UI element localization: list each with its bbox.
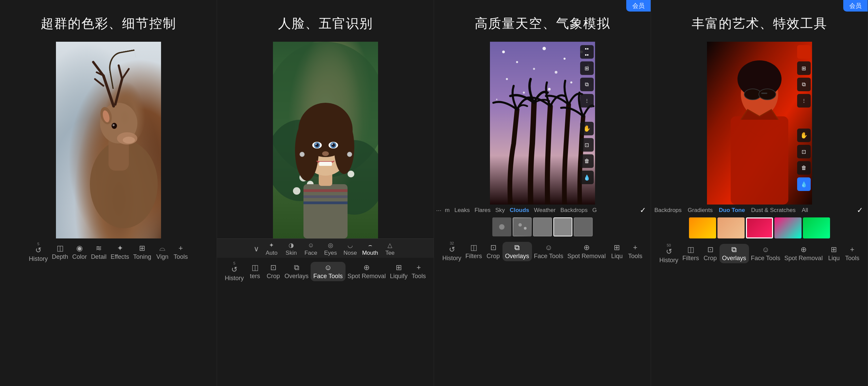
sub-tool-skin[interactable]: ◑ Skin: [281, 241, 301, 257]
filter-clouds[interactable]: Clouds: [508, 207, 531, 214]
p4-history-icon: ↺: [666, 247, 672, 256]
tool-p2-tools[interactable]: + Tools: [410, 262, 428, 281]
tool-p4-tools[interactable]: + Tools: [843, 244, 861, 263]
thumb-5[interactable]: [574, 217, 593, 236]
more-tab-btn[interactable]: ⋯: [436, 207, 441, 214]
tool-p3-crop[interactable]: ⊡ Crop: [484, 242, 502, 261]
red-grid-btn[interactable]: ⊞: [797, 61, 811, 75]
tool-effects[interactable]: ✦ Effects: [108, 243, 131, 262]
p4-history-label: History: [659, 257, 678, 264]
red-hand-btn[interactable]: ✋: [797, 129, 811, 142]
panel3-title: 高质量天空、气象模拟: [475, 15, 610, 32]
svg-point-48: [564, 58, 566, 60]
swatch-green[interactable]: [803, 217, 830, 238]
red-eyedrop-btn[interactable]: 💧: [797, 177, 811, 191]
tool-p4-filters[interactable]: ◫ Filters: [680, 244, 701, 263]
tools-label: Tools: [174, 253, 188, 260]
filter-leaks[interactable]: Leaks: [453, 207, 471, 214]
tool-p3-filters[interactable]: ◫ Filters: [463, 242, 484, 261]
swatch-red-pink[interactable]: [746, 217, 773, 238]
hand-btn[interactable]: ✋: [580, 122, 594, 135]
red-delete-btn[interactable]: 🗑: [797, 161, 811, 175]
tool-p2-overlays[interactable]: ⧉ Overlays: [282, 262, 311, 281]
copy-btn[interactable]: ⧉: [580, 78, 594, 91]
tool-p4-overlays[interactable]: ⧉ Overlays: [719, 244, 749, 263]
tool-p4-crop[interactable]: ⊡ Crop: [701, 244, 719, 263]
tool-detail[interactable]: ≋ Detail: [89, 243, 108, 262]
thumb-4[interactable]: [553, 217, 572, 236]
red-bg: [707, 42, 812, 205]
thumb-3[interactable]: [533, 217, 552, 236]
filter-dust[interactable]: Dust & Scratches: [750, 207, 797, 214]
tool-p2-spot[interactable]: ⊕ Spot Removal: [346, 262, 388, 281]
filter-duotone[interactable]: Duo Tone: [717, 207, 746, 214]
red-transform-btn[interactable]: ⊡: [797, 145, 811, 158]
sub-tool-nose[interactable]: ◡ Nose: [340, 241, 360, 257]
tool-tools[interactable]: + Tools: [172, 243, 190, 262]
tool-p3-liqu[interactable]: ⊞ Liqu: [608, 242, 626, 261]
tool-p4-history[interactable]: 50 ↺ History: [657, 242, 680, 265]
filter-backdrops[interactable]: Backdrops: [653, 207, 683, 214]
swatch-pink-cyan[interactable]: [774, 217, 802, 238]
tool-p4-spot[interactable]: ⊕ Spot Removal: [782, 244, 825, 263]
sub-tool-mouth[interactable]: ⌢ Mouth: [360, 241, 380, 257]
filter-weather[interactable]: Weather: [533, 207, 557, 214]
sub-tool-eyes[interactable]: ◎ Eyes: [321, 241, 340, 257]
grid-btn[interactable]: ⊞: [580, 61, 594, 75]
p3-history-label: History: [442, 255, 461, 262]
tool-vign[interactable]: ⌓ Vign: [153, 243, 172, 262]
filter-m[interactable]: m: [443, 207, 451, 214]
red-color-swatch[interactable]: [797, 45, 811, 59]
p3-face-tools-icon: ☺: [545, 243, 552, 252]
confirm-red-btn[interactable]: ✓: [857, 206, 866, 215]
swatch-peach[interactable]: [717, 217, 745, 238]
filter-g[interactable]: G: [591, 207, 598, 214]
sub-tool-auto[interactable]: ✦ Auto: [262, 241, 281, 257]
tool-p2-face-tools[interactable]: ☺ Face Tools: [311, 262, 346, 281]
tool-p2-liquify[interactable]: ⊞ Liquify: [388, 262, 410, 281]
tool-depth[interactable]: ◫ Depth: [50, 243, 70, 262]
thumb-2[interactable]: [513, 217, 532, 236]
filter-flares[interactable]: Flares: [473, 207, 492, 214]
filter-sky[interactable]: Sky: [494, 207, 506, 214]
tool-p4-face-tools[interactable]: ☺ Face Tools: [749, 244, 783, 263]
eyedrop-btn[interactable]: 💧: [580, 171, 594, 184]
tee-icon: △: [388, 242, 392, 249]
thumb-1[interactable]: [492, 217, 511, 236]
tool-p3-face-tools[interactable]: ☺ Face Tools: [532, 242, 566, 261]
svg-rect-65: [574, 218, 592, 236]
tool-p2-filters[interactable]: ◫ ters: [246, 262, 264, 281]
swatch-orange[interactable]: [689, 217, 716, 238]
svg-point-56: [496, 99, 497, 100]
tool-history[interactable]: 5 ↺ History: [27, 240, 50, 264]
tool-p2-crop[interactable]: ⊡ Crop: [264, 262, 282, 281]
toolbar-row-3: 32 ↺ History ◫ Filters ⊡ Crop ⧉ Overlays…: [437, 238, 647, 264]
tool-p4-liqu[interactable]: ⊞ Liqu: [825, 244, 843, 263]
confirm-btn[interactable]: ✓: [640, 206, 649, 215]
transform-btn[interactable]: ⊡: [580, 138, 594, 152]
panel4-toolbar: 50 ↺ History ◫ Filters ⊡ Crop ⧉ Overlays…: [651, 240, 868, 266]
chevron-down-btn[interactable]: ∨: [251, 245, 262, 253]
sub-tool-tee[interactable]: △ Tee: [380, 241, 400, 257]
p2-history-label: History: [225, 275, 244, 282]
tool-p3-spot[interactable]: ⊕ Spot Removal: [565, 242, 608, 261]
filter-all[interactable]: All: [800, 207, 809, 214]
red-copy-btn[interactable]: ⧉: [797, 78, 811, 91]
texture-btn[interactable]: ▪▪▪▪: [580, 45, 594, 59]
p3-filters-label: Filters: [466, 253, 482, 260]
red-more-btn[interactable]: ⋮: [797, 94, 811, 108]
filter-backdrops[interactable]: Backdrops: [559, 207, 589, 214]
svg-point-22: [348, 171, 354, 177]
tool-toning[interactable]: ⊞ Toning: [131, 243, 153, 262]
tool-p3-history[interactable]: 32 ↺ History: [440, 240, 463, 263]
filter-gradients[interactable]: Gradients: [686, 207, 714, 214]
tool-p3-tools[interactable]: + Tools: [626, 242, 644, 261]
p4-tools-label: Tools: [845, 255, 859, 262]
delete-btn[interactable]: 🗑: [580, 154, 594, 168]
tool-p2-history[interactable]: 5 ↺ History: [223, 260, 246, 283]
tool-p3-overlays[interactable]: ⧉ Overlays: [502, 242, 532, 261]
more-btn[interactable]: ⋮: [580, 94, 594, 108]
sub-tool-face[interactable]: ☺ Face: [301, 241, 321, 257]
svg-point-46: [516, 61, 518, 63]
tool-color[interactable]: ◉ Color: [70, 243, 89, 262]
